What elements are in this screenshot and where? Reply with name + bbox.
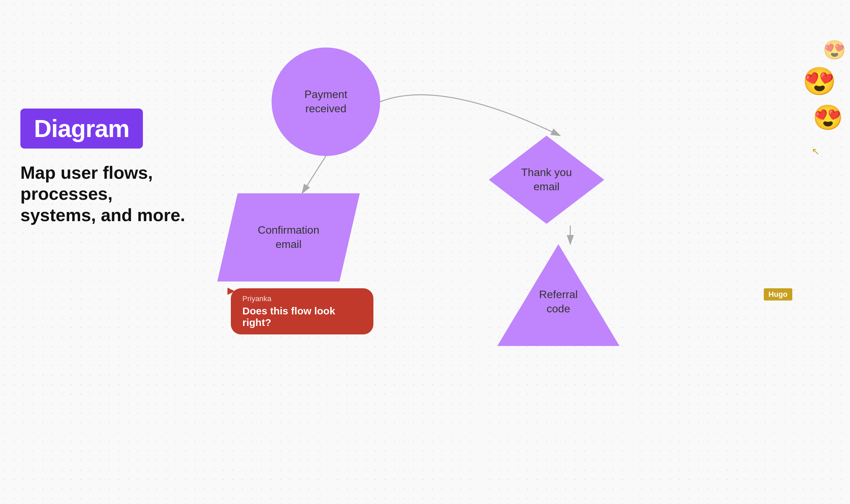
comment-bubble: ▶ Priyanka Does this flow look right? (231, 288, 374, 335)
left-content: Diagram Map user flows, processes, syste… (20, 109, 224, 226)
comment-box: Priyanka Does this flow look right? (231, 288, 374, 335)
emoji-1: 😍 (823, 41, 846, 59)
node-confirmation-label: Confirmationemail (217, 193, 360, 282)
node-thankyou-label: Thank youemail (489, 136, 604, 224)
tagline-line1: Map user flows, processes, (20, 163, 153, 203)
tagline: Map user flows, processes, systems, and … (20, 162, 224, 226)
node-payment-label: Paymentreceived (305, 88, 347, 116)
node-payment-received[interactable]: Paymentreceived (272, 48, 380, 156)
node-thankyou-email[interactable]: Thank youemail (489, 136, 604, 224)
comment-text: Does this flow look right? (242, 305, 362, 328)
badge-label: Diagram (34, 115, 129, 142)
tagline-line2: systems, and more. (20, 205, 185, 225)
node-referral-code[interactable]: Referralcode (497, 244, 620, 346)
hugo-cursor-icon: ↖ (812, 146, 819, 157)
node-referral-label: Referralcode (497, 265, 620, 339)
svg-line-0 (302, 156, 326, 193)
emoji-2: 😍 (802, 68, 836, 95)
canvas: Diagram Map user flows, processes, syste… (0, 0, 850, 504)
priyanka-cursor: ▶ (227, 285, 235, 296)
diagram-area: Paymentreceived Confirmationemail Thank … (197, 34, 672, 373)
comment-author: Priyanka (242, 294, 362, 303)
hugo-cursor-area: ↖ Hugo (812, 146, 819, 157)
emoji-3: 😍 (813, 105, 843, 129)
hugo-label: Hugo (764, 288, 792, 301)
diagram-badge: Diagram (20, 109, 143, 148)
node-confirmation-email[interactable]: Confirmationemail (217, 193, 360, 282)
